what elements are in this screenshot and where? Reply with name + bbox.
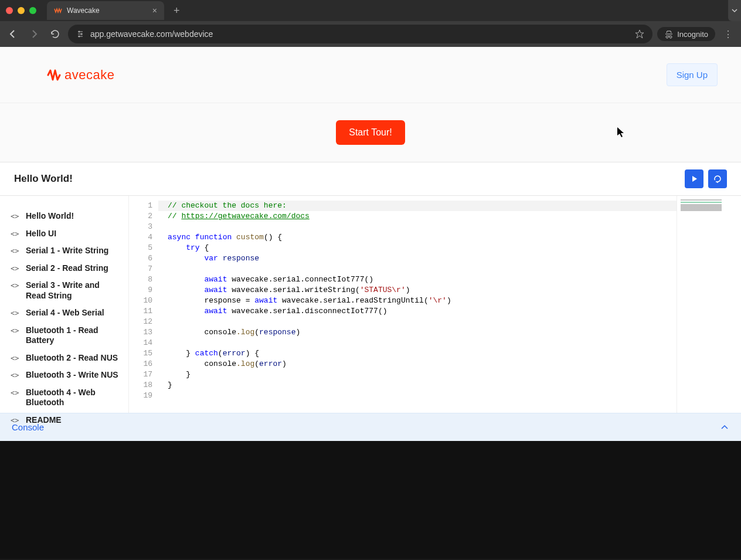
sidebar-item-bt-1[interactable]: <> Bluetooth 1 - Read Battery bbox=[8, 322, 123, 349]
tab-title: Wavecake bbox=[67, 6, 100, 15]
minimap[interactable] bbox=[677, 196, 741, 413]
sidebar-item-hello-world[interactable]: <> Hello World! bbox=[8, 208, 123, 225]
code-line: await wavecake.serial.disconnectIot777() bbox=[158, 306, 677, 317]
site-settings-icon[interactable] bbox=[76, 30, 84, 38]
new-tab-button[interactable]: + bbox=[169, 5, 185, 17]
code-line: } bbox=[158, 369, 677, 380]
close-tab-icon[interactable]: × bbox=[152, 6, 157, 15]
code-icon: <> bbox=[11, 327, 20, 335]
line-number: 14 bbox=[129, 338, 152, 348]
line-number: 2 bbox=[129, 211, 152, 222]
bookmark-icon[interactable] bbox=[635, 29, 644, 39]
address-bar: app.getwavecake.com/webdevice Incognito … bbox=[0, 21, 741, 47]
code-line: response = await wavecake.serial.readStr… bbox=[158, 296, 677, 306]
reset-button[interactable] bbox=[708, 169, 727, 188]
play-icon bbox=[690, 175, 698, 183]
svg-marker-7 bbox=[692, 176, 697, 182]
code-line: console.log(error) bbox=[158, 359, 677, 369]
sidebar-item-bt-2[interactable]: <> Bluetooth 2 - Read NUS bbox=[8, 349, 123, 367]
line-number: 11 bbox=[129, 306, 152, 317]
code-icon: <> bbox=[11, 371, 20, 379]
code-line bbox=[158, 264, 677, 274]
code-icon: <> bbox=[11, 354, 20, 362]
window-controls bbox=[6, 7, 36, 14]
sidebar-item-serial-1[interactable]: <> Serial 1 - Write String bbox=[8, 242, 123, 260]
line-gutter: 1 2 3 4 5 6 7 8 9 10 11 12 13 14 15 16 1… bbox=[129, 196, 158, 413]
code-line: var response bbox=[158, 253, 677, 264]
code-line: console.log(response) bbox=[158, 327, 677, 338]
code-icon: <> bbox=[11, 309, 20, 317]
line-number: 4 bbox=[129, 232, 152, 243]
sidebar-item-label: Serial 4 - Web Serial bbox=[26, 308, 104, 318]
favicon bbox=[54, 6, 62, 15]
sidebar-item-label: Serial 1 - Write String bbox=[26, 246, 108, 256]
code-content[interactable]: // checkout the docs here: // https://ge… bbox=[158, 196, 677, 413]
line-number: 3 bbox=[129, 222, 152, 232]
line-number: 6 bbox=[129, 253, 152, 264]
close-window-icon[interactable] bbox=[6, 7, 13, 14]
line-number: 15 bbox=[129, 348, 152, 359]
code-line: await wavecake.serial.connectIot777() bbox=[158, 274, 677, 285]
signup-button[interactable]: Sign Up bbox=[667, 63, 718, 86]
maximize-window-icon[interactable] bbox=[29, 7, 36, 14]
code-icon: <> bbox=[11, 212, 20, 220]
code-line: // checkout the docs here: bbox=[158, 201, 677, 211]
url-input[interactable]: app.getwavecake.com/webdevice bbox=[68, 25, 652, 43]
back-button[interactable] bbox=[5, 26, 21, 42]
code-line: async function custom() { bbox=[158, 232, 677, 243]
browser-menu-icon[interactable]: ⋮ bbox=[720, 29, 736, 40]
line-number: 13 bbox=[129, 327, 152, 338]
incognito-label: Incognito bbox=[677, 30, 708, 39]
sidebar-item-serial-3[interactable]: <> Serial 3 - Write and Read String bbox=[8, 277, 123, 304]
editor-titlebar: Hello World! bbox=[0, 162, 741, 196]
line-number: 16 bbox=[129, 359, 152, 369]
incognito-badge[interactable]: Incognito bbox=[657, 27, 715, 41]
sidebar-item-label: Bluetooth 4 - Web Bluetooth bbox=[26, 388, 120, 408]
line-number: 17 bbox=[129, 369, 152, 380]
code-icon: <> bbox=[11, 281, 20, 290]
minimize-window-icon[interactable] bbox=[18, 7, 25, 14]
sidebar-item-label: Serial 3 - Write and Read String bbox=[26, 280, 120, 301]
logo[interactable]: avecake bbox=[47, 67, 114, 83]
svg-point-4 bbox=[81, 33, 83, 35]
reload-button[interactable] bbox=[47, 26, 63, 42]
sidebar-item-label: Hello UI bbox=[26, 229, 56, 239]
examples-sidebar: <> Hello World! <> Hello UI <> Serial 1 … bbox=[0, 196, 129, 413]
run-button[interactable] bbox=[685, 169, 703, 188]
svg-point-5 bbox=[79, 36, 80, 38]
code-icon: <> bbox=[11, 247, 20, 255]
code-icon: <> bbox=[11, 389, 20, 397]
workspace: <> Hello World! <> Hello UI <> Serial 1 … bbox=[0, 196, 741, 413]
sidebar-item-serial-4[interactable]: <> Serial 4 - Web Serial bbox=[8, 304, 123, 322]
code-editor[interactable]: 1 2 3 4 5 6 7 8 9 10 11 12 13 14 15 16 1… bbox=[129, 196, 741, 413]
svg-point-3 bbox=[79, 31, 80, 33]
sidebar-item-bt-4[interactable]: <> Bluetooth 4 - Web Bluetooth bbox=[8, 384, 123, 412]
line-number: 8 bbox=[129, 274, 152, 285]
line-number: 9 bbox=[129, 285, 152, 296]
tabbar: Wavecake × + bbox=[0, 0, 741, 21]
start-tour-button[interactable]: Start Tour! bbox=[336, 120, 405, 145]
line-number: 12 bbox=[129, 317, 152, 327]
line-number: 5 bbox=[129, 243, 152, 253]
svg-marker-6 bbox=[635, 30, 644, 38]
url-text: app.getwavecake.com/webdevice bbox=[90, 29, 213, 39]
code-line bbox=[158, 338, 677, 348]
sidebar-item-label: Serial 2 - Read String bbox=[26, 263, 108, 274]
sidebar-item-hello-ui[interactable]: <> Hello UI bbox=[8, 225, 123, 243]
editor-title: Hello World! bbox=[14, 173, 73, 185]
expand-tabs-icon[interactable] bbox=[728, 0, 741, 21]
forward-button[interactable] bbox=[26, 26, 42, 42]
refresh-icon bbox=[713, 175, 722, 183]
chevron-up-icon bbox=[720, 423, 729, 432]
editor-actions bbox=[685, 169, 727, 188]
browser-tab[interactable]: Wavecake × bbox=[47, 1, 164, 20]
code-line: } bbox=[158, 380, 677, 391]
app-header: avecake Sign Up bbox=[0, 47, 741, 103]
sidebar-item-label: Hello World! bbox=[26, 211, 74, 222]
sidebar-item-label: Bluetooth 2 - Read NUS bbox=[26, 353, 118, 364]
code-line bbox=[158, 222, 677, 232]
minimap-content bbox=[681, 199, 722, 223]
sidebar-item-serial-2[interactable]: <> Serial 2 - Read String bbox=[8, 260, 123, 277]
sidebar-item-bt-3[interactable]: <> Bluetooth 3 - Write NUS bbox=[8, 366, 123, 384]
sidebar-item-label: Bluetooth 1 - Read Battery bbox=[26, 325, 120, 346]
